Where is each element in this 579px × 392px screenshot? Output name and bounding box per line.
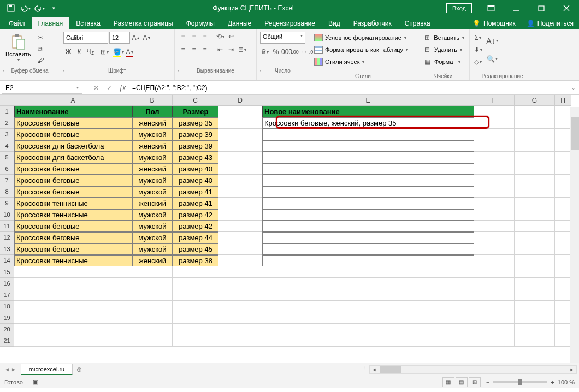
share-button[interactable]: 👤Поделиться <box>521 17 579 29</box>
close-icon[interactable] <box>554 0 579 16</box>
cell-C15[interactable] <box>173 266 218 278</box>
row-header-16[interactable]: 16 <box>0 278 14 289</box>
cell-A21[interactable] <box>14 335 132 347</box>
row-header-17[interactable]: 17 <box>0 289 14 301</box>
cell-F18[interactable] <box>474 301 515 312</box>
cell-G1[interactable] <box>515 106 555 117</box>
cell-D16[interactable] <box>218 278 262 289</box>
cell-E11[interactable] <box>262 221 474 232</box>
cell-D4[interactable] <box>218 140 262 152</box>
decrease-font-icon[interactable]: A▼ <box>142 33 152 43</box>
cell-F9[interactable] <box>474 198 515 209</box>
cell-F2[interactable] <box>474 117 515 129</box>
cell-E2[interactable]: Кроссовки беговые, женский, размер 35 <box>262 117 474 129</box>
cell-C9[interactable]: размер 41 <box>173 198 218 209</box>
format-cells-button[interactable]: ▦Формат▾ <box>421 56 466 68</box>
cell-G12[interactable] <box>515 232 555 243</box>
copy-icon[interactable]: ⧉ <box>36 44 45 54</box>
cell-G2[interactable] <box>515 117 555 129</box>
row-header-1[interactable]: 1 <box>0 106 14 117</box>
column-header-F[interactable]: F <box>474 95 515 106</box>
cell-D8[interactable] <box>218 186 262 198</box>
fill-color-button[interactable]: 🪣▾ <box>114 47 123 57</box>
cell-G6[interactable] <box>515 163 555 175</box>
cell-A9[interactable]: Кроссовки теннисные <box>14 198 132 209</box>
cell-A15[interactable] <box>14 266 132 278</box>
cell-A5[interactable]: Кроссовки для баскетбола <box>14 152 132 163</box>
increase-decimal-icon[interactable]: .00→ <box>293 47 303 57</box>
cell-E9[interactable] <box>262 198 474 209</box>
increase-font-icon[interactable]: A▲ <box>131 33 141 43</box>
cell-G15[interactable] <box>515 266 555 278</box>
worksheet-grid[interactable]: ABCDEFGH 1234567891011121314151617181920… <box>0 95 579 363</box>
cell-B18[interactable] <box>132 301 173 312</box>
cell-E17[interactable] <box>262 289 474 301</box>
ribbon-tab-формулы[interactable]: Формулы <box>180 17 221 29</box>
name-box[interactable]: E2▾ <box>2 82 82 94</box>
insert-cells-button[interactable]: ⊞Вставить▾ <box>421 32 466 44</box>
orientation-icon[interactable]: ⟲▾ <box>215 32 225 41</box>
cell-A13[interactable]: Кроссовки беговые <box>14 243 132 255</box>
cell-H12[interactable] <box>555 232 571 243</box>
cell-D18[interactable] <box>218 301 262 312</box>
cell-G8[interactable] <box>515 186 555 198</box>
ribbon-tab-разметка страницы[interactable]: Разметка страницы <box>107 17 180 29</box>
merge-icon[interactable]: ⊟▾ <box>237 45 247 55</box>
cell-A17[interactable] <box>14 289 132 301</box>
cell-B2[interactable]: женский <box>132 117 173 129</box>
cell-H20[interactable] <box>555 324 571 335</box>
cell-C2[interactable]: размер 35 <box>173 117 218 129</box>
cell-H13[interactable] <box>555 243 571 255</box>
cell-A19[interactable] <box>14 312 132 324</box>
format-as-table-button[interactable]: Форматировать как таблицу▾ <box>312 45 413 55</box>
cancel-formula-icon[interactable]: ✕ <box>90 82 103 94</box>
cell-E20[interactable] <box>262 324 474 335</box>
cell-C4[interactable]: размер 39 <box>173 140 218 152</box>
cell-B10[interactable]: мужской <box>132 209 173 221</box>
number-format-combo[interactable]: Общий▾ <box>260 32 305 44</box>
format-painter-icon[interactable]: 🖌 <box>36 56 45 66</box>
cell-F15[interactable] <box>474 266 515 278</box>
row-header-20[interactable]: 20 <box>0 324 14 335</box>
macro-record-icon[interactable]: ▣ <box>33 378 38 385</box>
cell-E6[interactable] <box>262 163 474 175</box>
row-header-2[interactable]: 2 <box>0 117 14 129</box>
column-header-D[interactable]: D <box>218 95 262 106</box>
cell-H14[interactable] <box>555 255 571 266</box>
cell-D17[interactable] <box>218 289 262 301</box>
cell-E15[interactable] <box>262 266 474 278</box>
sheet-nav-prev-icon[interactable]: ◄ <box>4 366 10 372</box>
comma-icon[interactable]: 000 <box>282 47 292 57</box>
cell-E10[interactable] <box>262 209 474 221</box>
cell-H8[interactable] <box>555 186 571 198</box>
underline-button[interactable]: Ч▾ <box>85 47 95 57</box>
row-header-18[interactable]: 18 <box>0 301 14 312</box>
cell-E16[interactable] <box>262 278 474 289</box>
cell-C1[interactable]: Размер <box>173 106 218 117</box>
italic-button[interactable]: К <box>74 47 84 57</box>
cell-C7[interactable]: размер 40 <box>173 175 218 186</box>
ribbon-tab-справка[interactable]: Справка <box>398 17 437 29</box>
row-header-4[interactable]: 4 <box>0 140 14 152</box>
cell-F5[interactable] <box>474 152 515 163</box>
cell-A14[interactable]: Кроссовки теннисные <box>14 255 132 266</box>
cell-G5[interactable] <box>515 152 555 163</box>
cell-E21[interactable] <box>262 335 474 347</box>
wrap-text-icon[interactable]: ↩ <box>226 32 236 41</box>
cell-F7[interactable] <box>474 175 515 186</box>
bold-button[interactable]: Ж <box>63 47 73 57</box>
cell-F14[interactable] <box>474 255 515 266</box>
cell-B15[interactable] <box>132 266 173 278</box>
zoom-slider[interactable] <box>493 381 547 383</box>
column-header-B[interactable]: B <box>132 95 173 106</box>
page-break-view-icon[interactable]: ⊞ <box>469 377 481 387</box>
cell-G19[interactable] <box>515 312 555 324</box>
row-header-15[interactable]: 15 <box>0 266 14 278</box>
cell-F1[interactable] <box>474 106 515 117</box>
column-header-C[interactable]: C <box>173 95 218 106</box>
cell-B11[interactable]: мужской <box>132 221 173 232</box>
cut-icon[interactable]: ✂ <box>36 33 45 43</box>
cell-E12[interactable] <box>262 232 474 243</box>
cell-B20[interactable] <box>132 324 173 335</box>
cell-C8[interactable]: размер 41 <box>173 186 218 198</box>
